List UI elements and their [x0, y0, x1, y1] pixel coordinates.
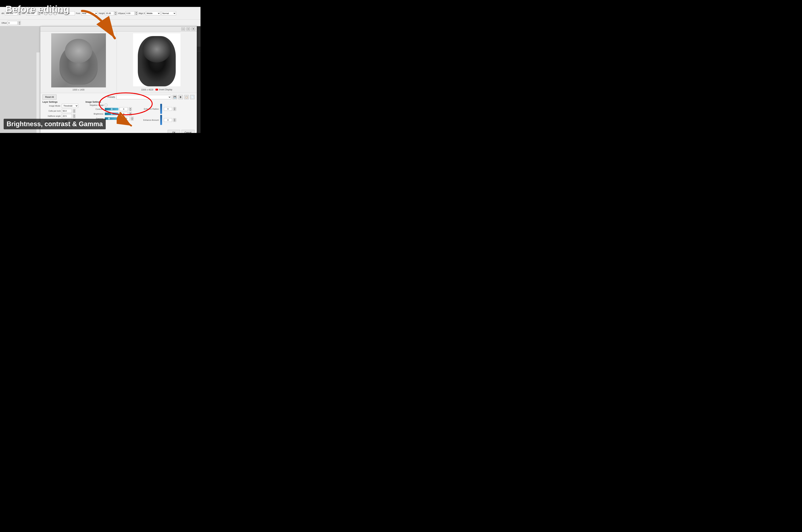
contrast-down[interactable]: ▼: [129, 109, 132, 111]
reset-all-button[interactable]: Reset All: [42, 95, 56, 100]
cells-per-inch-input[interactable]: [62, 109, 72, 113]
er-down[interactable]: ▼: [173, 109, 176, 111]
brightness-label: Brightness:: [86, 113, 104, 115]
enhance-amount-input[interactable]: [164, 118, 172, 122]
gamma-row: Gamma: ▲ ▼: [86, 117, 133, 120]
preset-paste-button[interactable]: 📄: [190, 95, 195, 99]
halftone-down[interactable]: ▼: [73, 116, 75, 118]
maximize-button[interactable]: □: [186, 27, 190, 31]
image-editor-dialog: — □ ✕ 1000 x 1400 3306 x 4: [40, 26, 197, 132]
layer-settings-section: Layer Settings Image Mode: Threshold Cel…: [42, 101, 78, 129]
image-mode-label: Image Mode:: [42, 105, 61, 107]
hspace-up[interactable]: ▲: [135, 11, 138, 13]
height-input[interactable]: [105, 11, 114, 15]
gamma-label: Gamma:: [86, 117, 104, 120]
dpi-input[interactable]: [62, 124, 72, 128]
gamma-input[interactable]: [120, 117, 130, 120]
enhance-radius-row: Enhance Radius: ▲ ▼: [141, 104, 176, 114]
cancel-button[interactable]: Cancel: [182, 130, 195, 133]
halftone-row: Halftone angle ▲ ▼: [42, 114, 78, 118]
enhance-radius-bar[interactable]: [160, 104, 162, 114]
percent-down[interactable]: ▼: [38, 13, 40, 15]
offset-spinner[interactable]: ▲ ▼: [18, 21, 21, 25]
li-down[interactable]: ▼: [73, 121, 75, 123]
image-settings-title: Image Settings: [86, 101, 133, 103]
presets-row: Reset All Presets 💾 🗑 📋 📄: [42, 95, 195, 100]
image-mode-select[interactable]: Threshold: [62, 104, 78, 108]
gamma-down[interactable]: ▼: [131, 118, 133, 120]
offset-up[interactable]: ▲: [18, 21, 21, 23]
font-select[interactable]: Arial: [81, 11, 98, 15]
contrast-input[interactable]: [120, 107, 128, 111]
save-icon: 💾: [174, 96, 176, 98]
negative-label: Negative Image: [86, 104, 104, 106]
circle-2[interactable]: [49, 12, 52, 15]
offset-input[interactable]: [7, 21, 18, 25]
width-spinner[interactable]: ▲ ▼: [18, 11, 21, 15]
hspace-label: HSpace: [118, 12, 125, 14]
contrast-up[interactable]: ▲: [129, 107, 132, 109]
enhance-settings-section: Enhance Radius: ▲ ▼ Enhance Amount:: [141, 101, 176, 129]
li-up[interactable]: ▲: [73, 119, 75, 121]
enhance-radius-spinner[interactable]: ▲ ▼: [173, 107, 176, 111]
brightness-slider[interactable]: [105, 113, 119, 115]
gamma-slider[interactable]: [105, 117, 119, 120]
brightness-spinner[interactable]: ▲ ▼: [129, 112, 132, 116]
line-interval-spinner[interactable]: ▲ ▼: [73, 119, 75, 123]
enhance-amount-spinner[interactable]: ▲ ▼: [173, 118, 176, 122]
brightness-down[interactable]: ▼: [129, 114, 132, 116]
circle-3[interactable]: [53, 12, 57, 15]
height-down[interactable]: ▼: [114, 13, 117, 15]
ea-down[interactable]: ▼: [173, 120, 176, 122]
ea-up[interactable]: ▲: [173, 118, 176, 120]
brightness-up[interactable]: ▲: [129, 112, 132, 114]
contrast-spinner[interactable]: ▲ ▼: [129, 107, 132, 111]
hspace-spinner[interactable]: ▲ ▼: [135, 11, 138, 15]
halftone-up[interactable]: ▲: [73, 114, 75, 116]
enhance-radius-input[interactable]: [164, 107, 172, 111]
width-down[interactable]: ▼: [18, 13, 21, 15]
delete-icon: 🗑: [180, 96, 182, 98]
halftone-spinner[interactable]: ▲ ▼: [73, 114, 75, 118]
brightness-row: Brightness: ▲ ▼: [86, 112, 133, 116]
hspace-down[interactable]: ▼: [135, 13, 138, 15]
percent-input[interactable]: [26, 11, 37, 15]
cells-spinner[interactable]: ▲ ▼: [73, 109, 75, 113]
percent-up[interactable]: ▲: [38, 11, 40, 13]
cells-down[interactable]: ▼: [73, 111, 75, 113]
rotate-input[interactable]: [65, 11, 75, 15]
width-unit: mm: [22, 12, 25, 14]
alignx-select[interactable]: Middle: [146, 11, 160, 15]
height-spinner[interactable]: ▲ ▼: [114, 11, 117, 15]
brightness-input[interactable]: [120, 112, 128, 116]
offset-down[interactable]: ▼: [18, 23, 21, 25]
halftone-input[interactable]: [62, 114, 72, 118]
gamma-spinner[interactable]: ▲ ▼: [131, 117, 133, 120]
width-input[interactable]: [5, 11, 18, 15]
image-settings-section: Image Settings Negative Image Contrast: …: [86, 101, 133, 129]
close-button[interactable]: ✕: [192, 27, 195, 31]
enhance-amount-row: Enhance Amount: ▲ ▼: [141, 115, 176, 125]
photo-processed: [133, 33, 180, 86]
circle-1[interactable]: [44, 12, 48, 15]
maximize-icon: □: [188, 28, 189, 30]
toolbar-row2: Offset ▲ ▼: [0, 20, 200, 26]
enhance-amount-bar[interactable]: [160, 115, 162, 125]
minimize-button[interactable]: —: [181, 27, 185, 31]
presets-select[interactable]: [116, 95, 171, 99]
contrast-slider[interactable]: [105, 108, 119, 110]
ok-button[interactable]: OK: [168, 130, 180, 133]
line-interval-input[interactable]: [62, 119, 72, 123]
normal-select[interactable]: Normal: [162, 11, 176, 15]
preset-save-button[interactable]: 💾: [172, 95, 177, 99]
percent-spinner[interactable]: ▲ ▼: [38, 11, 40, 15]
preset-delete-button[interactable]: 🗑: [179, 95, 183, 99]
gamma-up[interactable]: ▲: [131, 117, 133, 118]
negative-checkbox[interactable]: [105, 104, 107, 106]
preset-copy-button[interactable]: 📋: [184, 95, 189, 99]
cells-up[interactable]: ▲: [73, 109, 75, 111]
height-up[interactable]: ▲: [114, 11, 117, 13]
width-up[interactable]: ▲: [18, 11, 21, 13]
er-up[interactable]: ▲: [173, 107, 176, 109]
hspace-input[interactable]: [126, 11, 135, 15]
